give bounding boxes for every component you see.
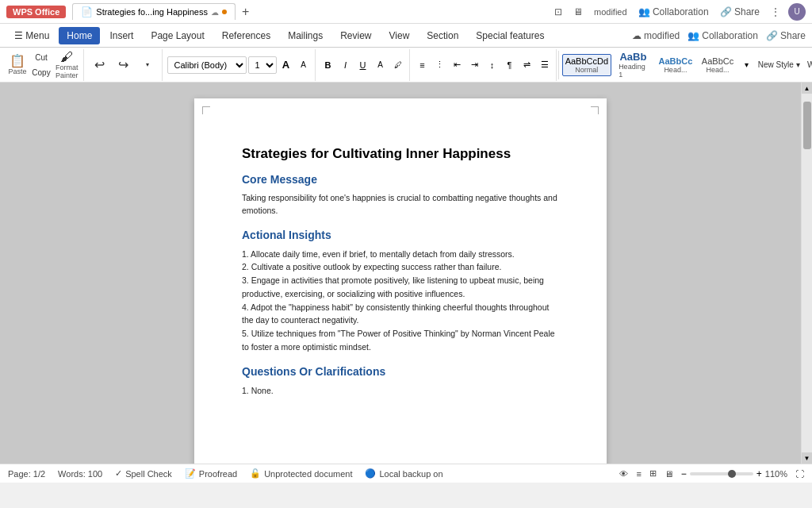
document-area[interactable]: Strategies for Cultivating Inner Happine…	[0, 83, 801, 464]
document-tab[interactable]: 📄 Strategies fo...ing Happiness ☁	[72, 3, 236, 20]
style-heading3[interactable]: AaBbCc Head...	[698, 54, 737, 76]
scrollbar[interactable]: ▲ ▼	[801, 83, 812, 464]
bold-button[interactable]: B	[320, 57, 336, 73]
format-painter-label: Format Painter	[56, 64, 79, 79]
font-size-select[interactable]: 10	[248, 56, 277, 74]
tab-page-layout[interactable]: Page Layout	[143, 27, 212, 44]
page-info: Page: 1/2	[8, 469, 45, 479]
paragraph-group: ≡ ⋮ ⇤ ⇥ ↕ ¶ ⇌ ☰	[412, 49, 557, 81]
format-painter-button[interactable]: 🖌 Format Painter	[54, 51, 80, 79]
zoom-out-button[interactable]: −	[681, 468, 687, 479]
spell-check-label: Spell Check	[125, 469, 172, 479]
tab-special-features[interactable]: Special features	[468, 27, 552, 44]
bullets-button[interactable]: ≡	[415, 57, 431, 73]
show-marks[interactable]: ¶	[502, 57, 518, 73]
share-button[interactable]: 🔗 Share	[717, 5, 763, 19]
insights-item-1: 1. Allocate daily time, even if brief, t…	[242, 248, 559, 261]
font-size-increase[interactable]: A	[278, 57, 294, 73]
copy-label: Copy	[32, 68, 50, 77]
undo-button[interactable]: ↩	[89, 51, 111, 79]
tab-references[interactable]: References	[214, 27, 278, 44]
italic-button[interactable]: I	[338, 57, 354, 73]
scroll-down-button[interactable]: ▼	[802, 452, 813, 464]
proofread-icon: 📝	[185, 468, 196, 479]
cloud-modified-right[interactable]: ☁ modified	[632, 30, 680, 41]
paste-group: 📋 Paste Cut Copy 🖌 Format Painter	[3, 49, 84, 81]
redo-down-button[interactable]: ▾	[136, 51, 159, 79]
share-icon: 🔗	[766, 30, 778, 41]
collaboration-button[interactable]: 👥 Collaboration	[635, 5, 712, 19]
avatar[interactable]: U	[788, 3, 806, 21]
spell-check-status[interactable]: ✓ Spell Check	[115, 468, 172, 479]
new-style-button[interactable]: New Style ▾	[755, 51, 802, 79]
scroll-up-button[interactable]: ▲	[802, 83, 813, 94]
collab-text: Collaboration	[702, 30, 758, 41]
cut-label: Cut	[35, 53, 48, 62]
more-options-icon[interactable]: ⋮	[768, 5, 783, 19]
fullscreen-icon[interactable]: ⛶	[795, 469, 804, 479]
tab-insert[interactable]: Insert	[102, 27, 141, 44]
underline-button[interactable]: U	[355, 57, 371, 73]
zoom-in-button[interactable]: +	[756, 468, 762, 479]
ribbon-tabs: ☰ Menu Home Insert Page Layout Reference…	[0, 24, 812, 48]
collaboration-right[interactable]: 👥 Collaboration	[688, 30, 758, 41]
main-area: Strategies for Cultivating Inner Happine…	[0, 83, 812, 464]
hamburger-menu[interactable]: ☰ Menu	[6, 27, 57, 44]
color-button[interactable]: A	[373, 57, 389, 73]
tab-section[interactable]: Section	[419, 27, 466, 44]
format-painter-icon: 🖌	[60, 51, 73, 64]
text-direction[interactable]: ⇌	[519, 57, 535, 73]
view-icon[interactable]: 👁	[619, 469, 628, 479]
font-group: Calibri (Body) 10 A A	[164, 49, 316, 81]
font-size-decrease[interactable]: A	[296, 57, 312, 73]
style-heading2-preview: AaBbCc	[659, 56, 693, 66]
tab-home[interactable]: Home	[59, 27, 100, 44]
lock-icon: 🔓	[250, 468, 261, 479]
columns-icon[interactable]: ⊞	[649, 468, 657, 479]
backup-label: Local backup on	[379, 469, 442, 479]
insights-item-5: 5. Utilize techniques from "The Power of…	[242, 327, 559, 354]
list-view-icon[interactable]: ≡	[636, 469, 641, 479]
align-left[interactable]: ☰	[537, 57, 553, 73]
numbering-button[interactable]: ⋮	[432, 57, 448, 73]
tab-mailings[interactable]: Mailings	[280, 27, 331, 44]
new-tab-button[interactable]: +	[239, 5, 252, 19]
indent-decrease[interactable]: ⇤	[450, 57, 465, 73]
document-protection[interactable]: 🔓 Unprotected document	[250, 468, 352, 479]
scroll-track[interactable]	[802, 94, 812, 452]
document-title: Strategies for Cultivating Inner Happine…	[242, 146, 559, 162]
word-tool-button[interactable]: Word Tool ▾	[804, 51, 812, 79]
style-heading2[interactable]: AaBbCc Head...	[655, 54, 696, 76]
font-name-select[interactable]: Calibri (Body)	[167, 56, 247, 74]
status-bar-right: 👁 ≡ ⊞ 🖥 − + 110% ⛶	[619, 468, 804, 479]
spell-check-icon: ✓	[115, 468, 122, 479]
copy-button[interactable]: Copy	[30, 65, 52, 79]
scroll-thumb[interactable]	[803, 102, 811, 149]
cut-button[interactable]: Cut	[30, 50, 52, 64]
redo-button[interactable]: ↪	[113, 51, 135, 79]
backup-status[interactable]: 🔵 Local backup on	[365, 468, 442, 479]
highlight-button[interactable]: 🖊	[390, 57, 406, 73]
tab-review[interactable]: Review	[332, 27, 379, 44]
proofread-status[interactable]: 📝 Proofread	[185, 468, 237, 479]
modified-label: 🖥	[570, 5, 586, 19]
corner-mark-tl	[202, 106, 210, 114]
doc-tab-label: Strategies fo...ing Happiness	[96, 7, 208, 17]
style-heading1[interactable]: AaBb Heading 1	[613, 54, 653, 76]
sort-button[interactable]: ↕	[485, 57, 500, 73]
zoom-area: − + 110%	[681, 468, 787, 479]
paste-button[interactable]: 📋 Paste	[6, 51, 29, 79]
word-count: Words: 100	[58, 469, 102, 479]
style-normal-preview: AaBbCcDd	[565, 56, 608, 66]
share-right[interactable]: 🔗 Share	[766, 30, 806, 41]
wps-office-button[interactable]: WPS Office	[6, 6, 66, 18]
style-normal[interactable]: AaBbCcDd Normal	[562, 54, 612, 76]
text-format-group: B I U A 🖊	[317, 49, 410, 81]
style-gallery-expand[interactable]: ▾	[739, 57, 753, 73]
style-heading3-label: Head...	[707, 66, 730, 74]
style-heading1-preview: AaBb	[619, 51, 646, 63]
indent-increase[interactable]: ⇥	[467, 57, 483, 73]
tab-view[interactable]: View	[381, 27, 418, 44]
screen-icon[interactable]: 🖥	[665, 469, 673, 479]
zoom-slider[interactable]	[690, 472, 753, 475]
